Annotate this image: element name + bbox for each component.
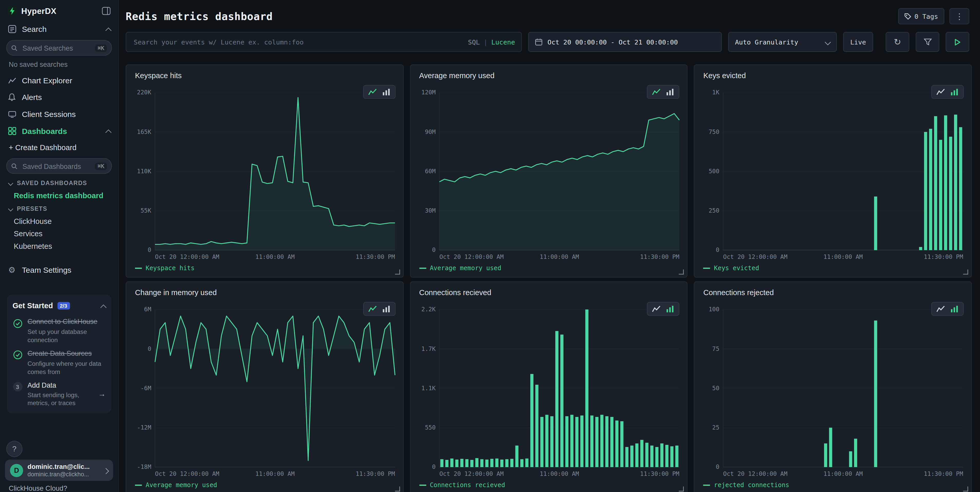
play-icon [954,38,961,46]
chart-title: Keyspace hits [135,71,396,80]
chart-canvas[interactable]: 220K165K110K55K0Oct 20 12:00:00 AM11:00:… [133,88,397,261]
preset-link-services[interactable]: Services [0,228,118,240]
resize-handle-icon[interactable] [679,269,684,274]
line-chart-icon[interactable] [368,305,377,312]
sidebar-collapse-icon[interactable] [102,7,110,15]
help-button[interactable]: ? [6,441,22,457]
resize-handle-icon[interactable] [963,269,968,274]
legend-swatch-icon [703,267,710,269]
sidebar-item-alerts[interactable]: Alerts [0,89,118,106]
sidebar-item-chart-explorer[interactable]: Chart Explorer [0,72,118,89]
step-desc: Start sending logs, metrics, or traces [27,391,95,407]
sidebar-item-client-sessions[interactable]: Client Sessions [0,106,118,123]
preset-link-clickhouse[interactable]: ClickHouse [0,215,118,228]
dashboard-link-redis[interactable]: Redis metrics dashboard [0,189,118,202]
chevron-up-icon[interactable] [107,127,111,135]
clickhouse-cloud-teaser: ClickHouse Cloud? [0,481,118,492]
chart-type-toggle[interactable] [931,302,964,316]
svg-text:50: 50 [713,385,720,392]
create-dashboard-button[interactable]: + Create Dashboard [0,139,118,156]
dashboard-menu-button[interactable]: ⋮ [950,8,969,24]
chart-type-toggle[interactable] [647,302,679,316]
svg-text:500: 500 [709,168,720,175]
bar-chart-icon[interactable] [666,88,675,96]
chevron-up-icon[interactable] [107,25,111,33]
refresh-button[interactable]: ↻ [886,32,909,52]
legend-label: Average memory used [430,264,501,271]
run-query-button[interactable] [945,32,969,52]
chart-type-toggle[interactable] [363,85,395,99]
line-chart-icon[interactable] [936,305,945,312]
event-search-box[interactable]: SQL | Lucene [126,32,522,52]
tags-button[interactable]: 0 Tags [898,8,944,24]
line-chart-icon[interactable] [936,88,945,96]
lucene-toggle[interactable]: Lucene [491,38,515,46]
legend-swatch-icon [703,484,710,486]
bar-chart-icon[interactable] [950,88,959,96]
chart-type-toggle[interactable] [931,85,964,99]
legend-label: Connections recieved [430,481,505,489]
svg-text:0: 0 [716,463,720,470]
saved-searches-input[interactable]: ⌘K [6,40,112,56]
resize-handle-icon[interactable] [395,486,399,491]
chart-canvas[interactable]: 1007550250Oct 20 12:00:00 AM11:00:00 AM1… [701,305,965,478]
toggle-divider: | [484,38,487,46]
chart-panel-connections-rejected: Connections rejected 1007550250Oct 20 12… [694,282,972,492]
query-language-toggle[interactable]: SQL | Lucene [468,38,515,46]
granularity-select[interactable]: Auto Granularity [728,32,837,52]
chart-canvas[interactable]: 1K7505002500Oct 20 12:00:00 AM11:00:00 A… [701,88,965,261]
preset-link-kubernetes[interactable]: Kubernetes [0,240,118,253]
legend-label: Keyspace hits [146,264,194,271]
saved-dashboards-input[interactable]: ⌘K [6,158,112,174]
gear-icon: ⚙ [8,266,16,274]
chart-canvas[interactable]: 120M90M60M30M0Oct 20 12:00:00 AM11:00:00… [417,88,681,261]
chart-canvas[interactable]: 6M0-6M-12M-18MOct 20 12:00:00 AM11:00:00… [133,305,397,478]
bar-chart-icon[interactable] [950,305,959,312]
filter-bar: SQL | Lucene Oct 20 00:00:00 - Oct 21 00… [126,32,969,51]
sidebar-item-search[interactable]: Search [0,21,118,38]
resize-handle-icon[interactable] [963,486,968,491]
sql-toggle[interactable]: SQL [468,38,480,46]
get-started-step-connect[interactable]: Connect to ClickHouse Set up your databa… [13,318,106,344]
arrow-right-icon: → [95,390,106,398]
user-menu[interactable]: D dominic.tran@clic... dominic.tran@clic… [5,460,113,481]
sidebar-item-team-settings[interactable]: ⚙ Team Settings [0,261,118,279]
resize-handle-icon[interactable] [679,486,684,491]
line-chart-icon[interactable] [652,305,661,312]
resize-handle-icon[interactable] [395,269,399,274]
saved-dashboards-field[interactable] [21,162,95,170]
chart-canvas[interactable]: 2.2K1.7K1.1K5500Oct 20 12:00:00 AM11:00:… [417,305,681,478]
chevron-down-icon [8,206,13,211]
event-search-input[interactable] [133,38,468,46]
dashboards-icon [8,127,16,135]
sidebar: HyperDX Search ⌘K No saved searches Ch [0,0,119,492]
step-title: Create Data Sources [27,349,106,358]
bar-chart-icon[interactable] [382,88,390,96]
tags-label: 0 Tags [915,13,938,20]
chart-type-toggle[interactable] [647,85,679,99]
section-presets[interactable]: PRESETS [0,202,118,215]
line-chart-icon[interactable] [652,88,661,96]
svg-text:Oct 20 12:00:00 AM: Oct 20 12:00:00 AM [439,470,503,477]
filter-funnel-icon [923,38,932,46]
svg-text:11:00:00 AM: 11:00:00 AM [539,470,579,477]
line-chart-icon[interactable] [368,88,377,96]
chevron-up-icon[interactable] [101,300,106,312]
bar-chart-icon[interactable] [382,305,390,312]
legend-label: Average memory used [146,481,217,489]
get-started-step-sources[interactable]: Create Data Sources Configure where your… [13,349,106,376]
saved-searches-field[interactable] [21,43,95,52]
chart-type-toggle[interactable] [363,302,395,316]
date-range-picker[interactable]: Oct 20 00:00:00 - Oct 21 00:00:00 [528,32,722,52]
hyperdx-logo-icon [8,6,17,16]
filter-button[interactable] [915,32,939,52]
svg-text:60M: 60M [425,168,436,175]
live-button[interactable]: Live [843,32,873,52]
section-saved-dashboards[interactable]: SAVED DASHBOARDS [0,176,118,189]
sidebar-item-dashboards[interactable]: Dashboards [0,123,118,140]
svg-text:11:00:00 AM: 11:00:00 AM [255,253,295,260]
chart-title: Average memory used [419,71,681,80]
get-started-step-add-data[interactable]: 3 Add Data Start sending logs, metrics, … [13,381,106,408]
bar-chart-icon[interactable] [666,305,675,312]
step-desc: Configure where your data comes from [27,359,106,375]
